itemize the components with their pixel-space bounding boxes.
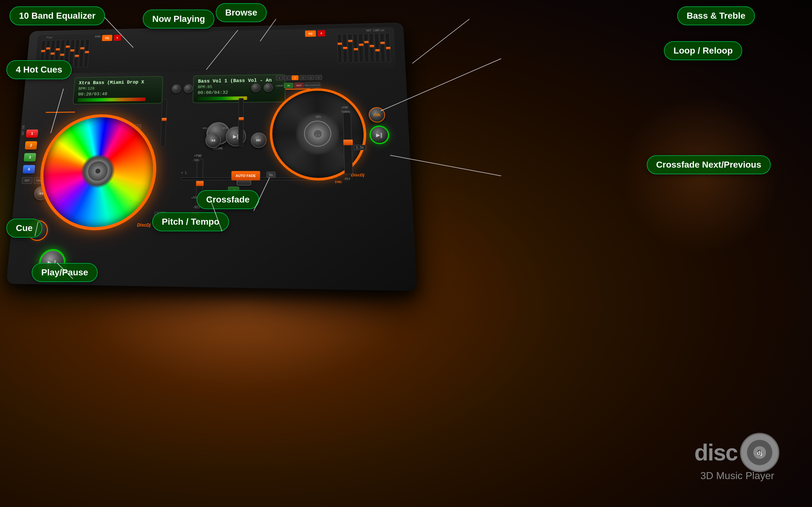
label-play-pause-text: Play/Pause: [41, 268, 88, 277]
play-btn-right[interactable]: ▶‖: [369, 125, 390, 144]
hot-cue-btn-1[interactable]: 1: [26, 130, 38, 138]
hot-cue-btn-4[interactable]: 4: [22, 165, 35, 174]
tempo-label-right: TEMPO: [341, 111, 350, 114]
label-crossfade-text: Crossfade: [206, 194, 250, 205]
eq-button-right[interactable]: EQ: [305, 31, 316, 37]
eq-fader-r7[interactable]: [369, 33, 374, 62]
eq-fader-r8[interactable]: [374, 33, 380, 62]
label-4-hot-cues-text: 4 Hot Cues: [16, 65, 62, 74]
disc-center-left: [87, 160, 109, 181]
label-now-playing-text: Now Playing: [152, 14, 205, 24]
eq-flat-label-right: Flat: [378, 29, 385, 32]
r-loop-1-btn[interactable]: 1: [292, 75, 299, 80]
label-crossfade-next: Crossfade Next/Previous: [647, 155, 771, 174]
rev-label-right: -REV: [343, 177, 350, 181]
prev-btn-center[interactable]: ⏮: [205, 133, 221, 148]
eq-8db-label: 8dBu: [95, 35, 101, 38]
vol-max-label: MAX: [222, 127, 227, 130]
eq-x-button-right[interactable]: X: [317, 30, 325, 37]
label-pitch-tempo-text: Pitch / Tempo: [162, 217, 219, 227]
r-loop-out-btn[interactable]: OUT: [294, 83, 304, 88]
headphone-icon-right: 🎧: [313, 129, 322, 138]
loop-size-btns-right: 4 2 1 ½ ¼ ⅛: [276, 75, 322, 80]
set-button[interactable]: SET: [21, 177, 33, 184]
eq-fader-r3[interactable]: [348, 34, 353, 63]
label-crossfade-next-text: Crossfade Next/Previous: [656, 160, 761, 170]
trim-knob-left[interactable]: [171, 84, 181, 93]
svg-text:dj: dj: [757, 450, 762, 456]
label-4-hot-cues: 4 Hot Cues: [6, 60, 72, 79]
bass-knob-left[interactable]: [184, 84, 193, 93]
bg-glow-right: [622, 95, 780, 253]
label-bass-treble-text: Bass & Treble: [687, 11, 745, 20]
channel-fader-left[interactable]: [160, 99, 167, 147]
eq-fader-r6[interactable]: [363, 34, 369, 63]
eq-x-button[interactable]: X: [113, 35, 121, 41]
eq-fader-r9[interactable]: [380, 33, 386, 62]
cue-btn-right[interactable]: CUE: [368, 107, 386, 123]
label-cue: Cue: [6, 219, 42, 238]
label-loop-reloop-text: Loop / Reloop: [673, 46, 733, 55]
label-browse-text: Browse: [225, 8, 257, 17]
auto-fade-label: AUTO FADE: [236, 174, 256, 178]
r-loop-half-btn[interactable]: ½: [299, 75, 306, 80]
turntable-left[interactable]: DiscDj: [36, 114, 159, 231]
5s-btn[interactable]: 5s: [266, 172, 275, 178]
cue-right-label: CUE: [373, 113, 380, 117]
loop-label-right: LOOP: [276, 84, 283, 87]
r-loop-in-btn[interactable]: IN: [284, 83, 293, 88]
next-btn-center[interactable]: ⏭: [251, 132, 266, 148]
r-reloop-exit-btn[interactable]: RELOOP/EXIT: [305, 82, 320, 88]
label-cue-text: Cue: [16, 223, 33, 233]
hot-cue-btn-2[interactable]: 2: [25, 141, 38, 150]
discdj-logo: disc dj 3D Music Player: [694, 432, 780, 482]
disc-center-dot-left: [95, 168, 101, 174]
eq-fader-r2[interactable]: [342, 34, 347, 63]
auto-fade-btn[interactable]: AUTO FADE: [231, 171, 260, 181]
eq-fader-r10[interactable]: [385, 33, 391, 62]
turntable-right[interactable]: 🎧 DiscDj: [270, 88, 368, 181]
left-time: 00:20/03:48: [78, 91, 158, 97]
accent-strip-1: [46, 112, 75, 113]
pitch-handle-right: [343, 140, 353, 146]
eq-fader-r4[interactable]: [353, 34, 358, 63]
label-browse: Browse: [216, 3, 267, 22]
r-loop-eighth-btn[interactable]: ⅛: [315, 75, 322, 80]
logo-disc-text: disc: [694, 440, 738, 465]
label-play-pause: Play/Pause: [32, 263, 98, 282]
cf-left-label: < 1: [181, 171, 187, 175]
hot-cue-btn-3[interactable]: 3: [24, 153, 37, 161]
logo-disc-icon: dj: [739, 432, 780, 473]
vol-min-label: MIN: [203, 127, 207, 130]
pitch-minus50-label: -50%: [192, 159, 199, 162]
label-crossfade: Crossfade: [197, 190, 259, 209]
eq-fader-r1[interactable]: [337, 34, 342, 63]
disc-brand-right: DiscDj: [351, 173, 364, 177]
sync-lbl-right-bottom: SYNC: [335, 181, 342, 184]
disc-brand-left: DiscDj: [137, 222, 151, 228]
eq-fader-r5[interactable]: [358, 34, 364, 63]
deck-display-left: Xtra Bass (Miami Drop X BPM:128 00:20/03…: [72, 76, 163, 105]
tempo-fwd-label-left: +FWD: [194, 154, 202, 158]
eq-button[interactable]: EQ: [102, 35, 112, 41]
r-loop-2-btn[interactable]: 2: [284, 75, 291, 80]
disc-outer-right: 🎧: [270, 88, 368, 181]
label-loop-reloop: Loop / Reloop: [664, 41, 742, 60]
hot-cue-top-label: HOT CUE: [366, 29, 378, 32]
minus60-label: -60%: [314, 115, 321, 118]
label-bass-treble: Bass & Treble: [677, 6, 755, 25]
label-now-playing: Now Playing: [143, 9, 214, 29]
r-loop-4-btn[interactable]: 4: [276, 76, 283, 80]
r-loop-quarter-btn[interactable]: ¼: [307, 75, 314, 80]
hot-cue-vertical-label: HOT CUE: [21, 125, 25, 135]
left-waveform: [78, 98, 145, 102]
fwd-label-right: +FWD: [341, 106, 348, 109]
eq-fader-10[interactable]: [84, 39, 90, 67]
disc-outer-left: [36, 114, 159, 231]
left-track-title: Xtra Bass (Miami Drop X: [79, 79, 158, 86]
logo-subtitle: 3D Music Player: [694, 470, 780, 482]
eq-flat-label-left: Flat: [46, 36, 53, 39]
time-1-3s-right: 1.3s: [354, 145, 366, 150]
channel-fader-right[interactable]: [238, 98, 244, 147]
volume-label: VOLUME: [206, 147, 230, 150]
